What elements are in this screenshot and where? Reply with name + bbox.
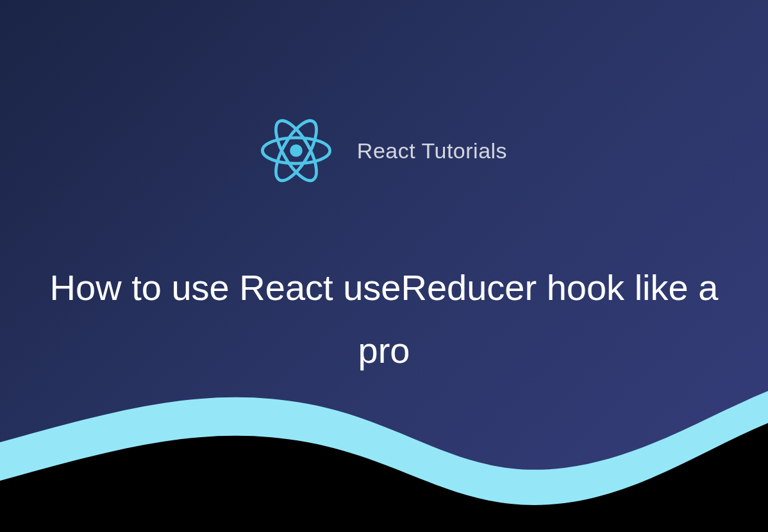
hero-banner: React Tutorials How to use React useRedu…	[0, 0, 768, 532]
brand-label: React Tutorials	[357, 138, 507, 163]
header-row: React Tutorials	[261, 119, 507, 183]
svg-point-0	[290, 144, 303, 157]
wave-decoration	[0, 353, 768, 532]
react-logo-icon	[261, 119, 331, 183]
